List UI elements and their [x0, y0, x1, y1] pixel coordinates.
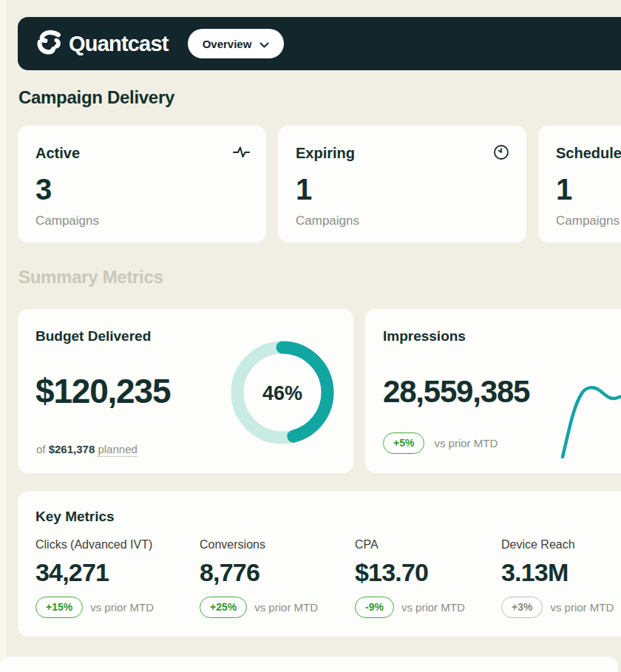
brand-name: Quantcast [69, 32, 169, 56]
sparkline-path [563, 387, 621, 457]
metric-label: Device Reach [501, 538, 614, 551]
page-left-strip [0, 0, 6, 672]
app-header: Quantcast Overview [18, 17, 621, 70]
card-title: Budget Delivered [35, 328, 151, 345]
activity-icon [232, 143, 250, 161]
budget-delivered-card[interactable]: Budget Delivered $120,235 of $261,378 pl… [18, 309, 353, 473]
change-badge: +5% [383, 432, 424, 454]
impressions-value: 28,559,385 [383, 374, 529, 410]
card-unit: Campaigns [296, 214, 509, 228]
metric-value: $13.70 [355, 558, 465, 587]
metric-label: Clicks (Advanced IVT) [35, 538, 154, 551]
card-value: 1 [296, 173, 509, 206]
compare-label: vs prior MTD [401, 601, 465, 614]
card-title: Expiring [296, 145, 509, 162]
change-badge: +25% [200, 597, 247, 618]
change-badge: +3% [501, 597, 543, 618]
metric-clicks: Clicks (Advanced IVT) 34,271 +15% vs pri… [35, 538, 154, 618]
chevron-down-icon [259, 38, 269, 50]
card-title: Key Metrics [35, 509, 115, 525]
impressions-card[interactable]: Impressions 28,559,385 +5% vs prior MTD [365, 309, 621, 473]
section-title-summary-metrics: Summary Metrics [18, 267, 163, 288]
card-title: Scheduled [556, 145, 621, 162]
card-value: 1 [556, 173, 621, 206]
compare-label: vs prior MTD [550, 601, 614, 614]
card-title: Impressions [383, 328, 466, 345]
budget-donut-chart: 46% [226, 336, 339, 449]
overview-dropdown-label: Overview [203, 38, 252, 50]
compare-label: vs prior MTD [90, 601, 154, 614]
impressions-compare-row: +5% vs prior MTD [383, 432, 498, 454]
next-section-card-peek [0, 656, 618, 672]
quantcast-logo-icon [35, 29, 62, 59]
overview-dropdown[interactable]: Overview [188, 29, 285, 58]
card-unit: Campaigns [35, 214, 248, 228]
card-unit: Campaigns [556, 214, 621, 228]
budget-planned-line: of $261,378 planned [36, 443, 138, 455]
budget-planned-amount: $261,378 [49, 443, 95, 455]
metric-label: CPA [355, 538, 465, 551]
delivery-card-scheduled[interactable]: Scheduled 1 Campaigns [538, 126, 621, 242]
card-title: Active [35, 145, 248, 162]
metric-value: 34,271 [35, 558, 154, 587]
impressions-sparkline-chart [556, 381, 621, 473]
key-metrics-card: Key Metrics Clicks (Advanced IVT) 34,271… [18, 491, 621, 637]
metric-conversions: Conversions 8,776 +25% vs prior MTD [200, 538, 318, 618]
metric-label: Conversions [200, 538, 318, 551]
donut-percent-label: 46% [262, 382, 302, 404]
change-badge: +15% [35, 597, 83, 618]
metric-cpa: CPA $13.70 -9% vs prior MTD [355, 538, 465, 618]
brand: Quantcast [35, 29, 169, 59]
compare-label: vs prior MTD [434, 437, 498, 449]
budget-of-label: of [36, 443, 46, 455]
metric-value: 3.13M [501, 558, 614, 587]
budget-planned-link[interactable]: planned [98, 443, 137, 457]
budget-amount: $120,235 [35, 371, 170, 411]
metric-device-reach: Device Reach 3.13M +3% vs prior MTD [501, 538, 614, 618]
clock-icon [492, 143, 510, 161]
delivery-card-active[interactable]: Active 3 Campaigns [18, 126, 266, 242]
section-title-campaign-delivery: Campaign Delivery [18, 87, 174, 108]
metric-value: 8,776 [200, 558, 318, 587]
card-value: 3 [35, 173, 248, 206]
compare-label: vs prior MTD [254, 601, 318, 614]
delivery-card-expiring[interactable]: Expiring 1 Campaigns [278, 126, 526, 242]
change-badge: -9% [355, 597, 394, 618]
